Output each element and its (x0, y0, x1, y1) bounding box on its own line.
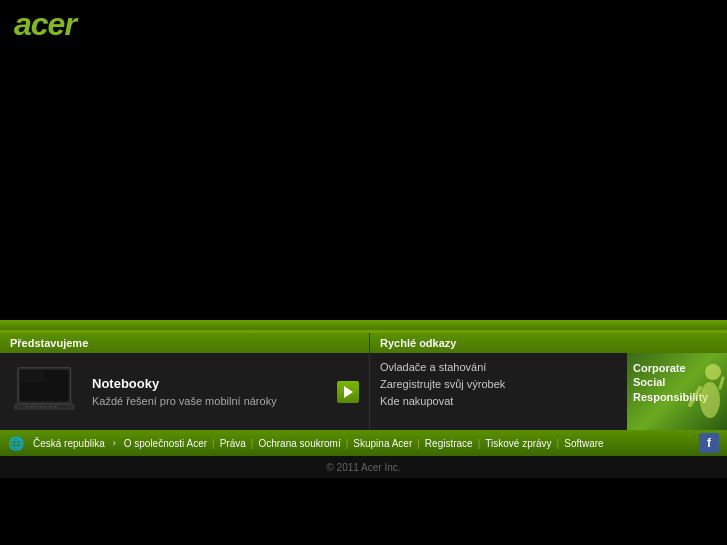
svg-rect-7 (35, 406, 38, 408)
sep5: | (478, 438, 481, 449)
laptop-icon (10, 364, 80, 419)
footer-nav: 🌐 Česká republika › O společnosti Acer |… (0, 430, 727, 456)
rychle-odkazy-panel: Rychlé odkazy Ovladače a stahování Zareg… (370, 333, 727, 430)
predstavujeme-label: Představujeme (10, 337, 88, 349)
footer-link-software[interactable]: Software (564, 438, 603, 449)
more-arrow-button[interactable] (337, 381, 359, 403)
predstavujeme-header: Představujeme (0, 333, 369, 353)
rychle-odkazy-label: Rychlé odkazy (380, 337, 456, 349)
copyright-text: © 2011 Acer Inc. (326, 462, 400, 473)
svg-rect-10 (49, 406, 52, 408)
sep1: | (212, 438, 215, 449)
facebook-icon[interactable]: f (699, 433, 719, 453)
globe-icon: 🌐 (8, 436, 24, 451)
csr-person-icon (685, 360, 725, 430)
quick-link-buy[interactable]: Kde nakupovat (380, 395, 617, 407)
svg-line-15 (720, 378, 723, 388)
left-panel-text: Notebooky Každé řešení pro vaše mobilní … (92, 376, 329, 407)
footer-arrow-icon: › (113, 438, 116, 448)
svg-rect-11 (54, 406, 57, 408)
svg-rect-6 (30, 406, 33, 408)
svg-point-13 (700, 382, 720, 418)
svg-rect-8 (40, 406, 43, 408)
svg-rect-9 (44, 406, 47, 408)
footer-link-rights[interactable]: Práva (220, 438, 246, 449)
footer-link-group[interactable]: Skupina Acer (353, 438, 412, 449)
svg-rect-5 (26, 406, 29, 408)
svg-line-14 (690, 388, 700, 405)
footer-link-about[interactable]: O společnosti Acer (124, 438, 207, 449)
quick-links-list: Ovladače a stahování Zaregistrujte svůj … (370, 353, 627, 430)
svg-rect-4 (21, 371, 44, 383)
chevron-right-icon (344, 386, 353, 398)
footer-copyright: © 2011 Acer Inc. (0, 456, 727, 478)
notebook-desc: Každé řešení pro vaše mobilní nároky (92, 395, 329, 407)
hero-area (0, 48, 727, 320)
footer-right: f (699, 433, 719, 453)
sep4: | (417, 438, 420, 449)
rychle-odkazy-header: Rychlé odkazy (370, 333, 727, 353)
content-panels: Představujeme (0, 330, 727, 430)
sep2: | (251, 438, 254, 449)
footer-link-press[interactable]: Tiskové zprávy (485, 438, 551, 449)
acer-logo[interactable]: acer (14, 6, 76, 43)
predstavujeme-body: Notebooky Každé řešení pro vaše mobilní … (0, 353, 369, 430)
header: acer (0, 0, 727, 48)
svg-point-12 (705, 364, 721, 380)
footer-link-privacy[interactable]: Ochrana soukromí (258, 438, 340, 449)
footer-region[interactable]: Česká republika (33, 438, 105, 449)
footer-link-register[interactable]: Registrace (425, 438, 473, 449)
csr-panel[interactable]: Corporate Social Responsibility (627, 353, 727, 430)
quick-link-register[interactable]: Zaregistrujte svůj výrobek (380, 378, 617, 390)
sep6: | (557, 438, 560, 449)
quick-link-drivers[interactable]: Ovladače a stahování (380, 361, 617, 373)
sep3: | (346, 438, 349, 449)
predstavujeme-panel: Představujeme (0, 333, 370, 430)
green-divider (0, 320, 727, 330)
right-panel-body: Ovladače a stahování Zaregistrujte svůj … (370, 353, 727, 430)
notebook-title: Notebooky (92, 376, 329, 391)
